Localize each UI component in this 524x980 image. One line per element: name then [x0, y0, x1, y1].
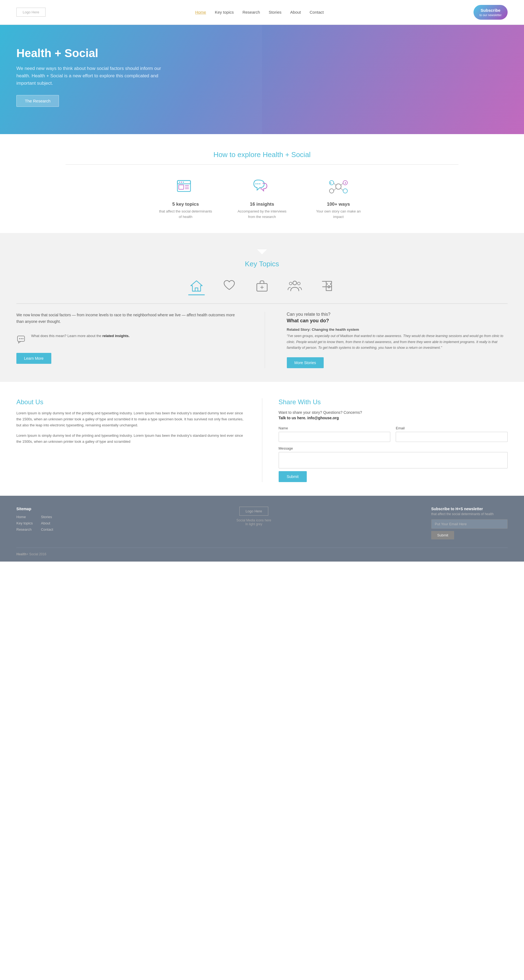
newsletter-email-input[interactable] — [431, 519, 508, 529]
newsletter-submit-button[interactable]: Submit — [431, 531, 454, 539]
topic-medical[interactable] — [254, 279, 270, 295]
email-input[interactable] — [396, 432, 508, 442]
topic-medical-underline — [254, 294, 270, 295]
sitemap-links: Home Key topics Research Stories About C… — [16, 515, 76, 534]
more-stories-button[interactable]: More Stories — [287, 357, 324, 368]
learn-more-button[interactable]: Learn More — [16, 353, 51, 364]
hero-description: We need new ways to think about how soci… — [16, 65, 175, 87]
svg-point-29 — [289, 282, 292, 285]
sitemap-home[interactable]: Home — [16, 515, 33, 519]
nav-research[interactable]: Research — [242, 10, 260, 14]
share-submit-button[interactable]: Submit — [279, 471, 307, 482]
footer: Sitemap Home Key topics Research Stories… — [0, 496, 524, 562]
share-title: Share With Us — [279, 398, 508, 406]
footer-top: Sitemap Home Key topics Research Stories… — [16, 507, 508, 539]
topic-home-underline — [188, 294, 205, 295]
email-label: Email — [396, 426, 508, 430]
share-contact: Talk to us here. info@ghouse.org — [279, 416, 508, 420]
name-label: Name — [279, 426, 391, 430]
svg-point-28 — [293, 281, 297, 285]
message-label: Message — [279, 446, 508, 450]
topic-puzzle[interactable] — [319, 279, 336, 295]
insight-box: What does this mean? Learn more about th… — [16, 333, 237, 345]
topics-icon — [175, 176, 197, 197]
footer-sitemap: Sitemap Home Key topics Research Stories… — [16, 507, 76, 539]
sitemap-col1: Home Key topics Research — [16, 515, 33, 534]
svg-point-6 — [179, 181, 180, 183]
svg-point-15 — [329, 189, 334, 193]
topic-health[interactable] — [221, 279, 237, 295]
svg-point-7 — [181, 181, 182, 183]
svg-point-33 — [21, 338, 22, 339]
svg-point-12 — [336, 184, 341, 189]
explore-divider — [65, 164, 459, 165]
topic-community[interactable] — [287, 279, 303, 295]
sitemap-about[interactable]: About — [41, 521, 53, 525]
topics-content: We now know that social factors — from i… — [16, 312, 508, 368]
right-action-btns: More Stories — [287, 357, 508, 368]
key-topics-section: Key Topics — [0, 233, 524, 382]
nav-home[interactable]: Home — [195, 10, 206, 14]
sitemap-col2: Stories About Contact — [41, 515, 53, 534]
logo: Logo Here — [16, 8, 46, 17]
newsletter-title: Subscribe to H+S newsletter — [431, 507, 508, 511]
explore-card-1-sub: that affect the social determinants of h… — [158, 209, 213, 220]
about-para-2: Lorem Ipsum is simply dummy text of the … — [16, 433, 246, 445]
nav-contact[interactable]: Contact — [310, 10, 324, 14]
svg-point-9 — [256, 183, 257, 185]
svg-point-11 — [259, 183, 260, 185]
topics-right: Can you relate to this? What can you do?… — [281, 312, 508, 368]
explore-card-3-sub: Your own story can make an impact — [311, 209, 366, 220]
share-sub: Want to share your story? Questions? Con… — [279, 410, 508, 415]
about-col: About Us Lorem Ipsum is simply dummy tex… — [16, 398, 262, 482]
svg-line-17 — [334, 183, 336, 185]
newsletter-sub: that affect the social determinants of h… — [431, 512, 508, 516]
explore-card-topics: 5 key topics that affect the social dete… — [158, 176, 213, 220]
relate-bold: What can you do? — [287, 318, 508, 324]
sitemap-title: Sitemap — [16, 507, 76, 511]
share-col: Share With Us Want to share your story? … — [262, 398, 508, 482]
svg-line-18 — [341, 183, 343, 185]
topic-community-underline — [287, 294, 303, 295]
footer-newsletter: Subscribe to H+S newsletter that affect … — [431, 507, 508, 539]
subscribe-button[interactable]: Subscribe to our newsletter — [473, 5, 508, 20]
nav-about[interactable]: About — [290, 10, 301, 14]
research-button[interactable]: The Research — [16, 95, 59, 107]
name-input[interactable] — [279, 432, 391, 442]
hero-content: Health + Social We need new ways to thin… — [16, 47, 207, 107]
message-textarea[interactable] — [279, 452, 508, 468]
sitemap-stories[interactable]: Stories — [41, 515, 53, 519]
svg-point-10 — [257, 183, 259, 185]
svg-text:♟: ♟ — [330, 181, 332, 184]
form-email-group: Email — [396, 426, 508, 442]
insight-text: What does this mean? Learn more about th… — [31, 333, 130, 339]
sitemap-contact[interactable]: Contact — [41, 527, 53, 531]
explore-cards: 5 key topics that affect the social dete… — [16, 176, 508, 220]
left-action-btns: Learn More — [16, 353, 237, 364]
sitemap-research[interactable]: Research — [16, 527, 33, 531]
nav-stories[interactable]: Stories — [269, 10, 282, 14]
form-message-group: Message — [279, 446, 508, 468]
form-name-group: Name — [279, 426, 391, 442]
explore-card-3-title: 100+ ways — [327, 202, 350, 207]
explore-card-2-sub: Accompanied by the interviews from the r… — [235, 209, 289, 220]
topics-vertical-divider — [265, 312, 265, 368]
explore-title: How to explore Health + Social — [16, 151, 508, 159]
topics-left: We now know that social factors — from i… — [16, 312, 248, 368]
form-name-email-row: Name Email — [279, 426, 508, 442]
about-para-1: Lorem Ipsum is simply dummy text of the … — [16, 410, 246, 428]
story-quote: "I've seen groups, especially out of Mad… — [287, 333, 508, 351]
hero-title: Health + Social — [16, 47, 207, 60]
sitemap-key-topics[interactable]: Key topics — [16, 521, 33, 525]
footer-social-text: Social Media icons hereIn light grey — [237, 519, 271, 526]
ways-icon: ♟ ♟ — [327, 176, 349, 197]
svg-text:♟: ♟ — [345, 181, 346, 184]
svg-line-20 — [341, 188, 343, 190]
svg-point-16 — [343, 189, 348, 193]
topic-icons — [16, 279, 508, 295]
nav-key-topics[interactable]: Key topics — [215, 10, 233, 14]
explore-section: How to explore Health + Social 5 key top… — [0, 134, 524, 233]
topics-body: We now know that social factors — from i… — [16, 312, 237, 325]
related-story-label: Related Story: Changing the health syste… — [287, 328, 508, 332]
topic-home[interactable] — [188, 279, 205, 295]
